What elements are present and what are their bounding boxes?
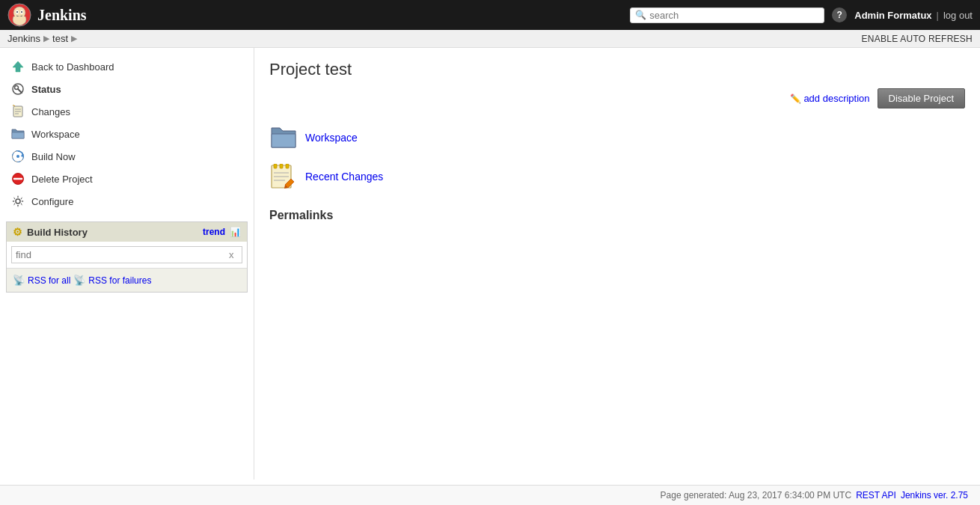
rss-all-link[interactable]: RSS for all bbox=[28, 275, 70, 286]
back-to-dashboard-icon bbox=[10, 59, 25, 74]
delete-project-icon bbox=[10, 171, 25, 186]
workspace-link-item: Workspace bbox=[269, 123, 965, 152]
logout-link[interactable]: log out bbox=[943, 10, 973, 21]
sidebar-item-back-to-dashboard[interactable]: Back to Dashboard bbox=[0, 55, 254, 78]
app-title: Jenkins bbox=[37, 7, 87, 24]
add-description-link[interactable]: ✏️ add description bbox=[790, 93, 869, 104]
breadcrumb-jenkins-link[interactable]: Jenkins bbox=[7, 33, 40, 44]
find-input[interactable] bbox=[11, 246, 242, 263]
recent-changes-link[interactable]: Recent Changes bbox=[305, 171, 383, 183]
logo-area: Jenkins bbox=[7, 3, 87, 27]
sidebar-item-back-label: Back to Dashboard bbox=[31, 61, 114, 73]
rss-links: 📡 RSS for all 📡 RSS for failures bbox=[7, 269, 247, 292]
auto-refresh-link[interactable]: ENABLE AUTO REFRESH bbox=[862, 34, 973, 44]
separator: | bbox=[937, 10, 939, 21]
status-icon bbox=[10, 82, 25, 97]
find-clear-button[interactable]: x bbox=[229, 249, 234, 260]
svg-point-17 bbox=[16, 155, 19, 158]
sidebar-item-build-now-label: Build Now bbox=[31, 151, 76, 162]
build-history-section: ⚙ Build History trend 📊 x 📡 RSS for all … bbox=[6, 221, 248, 293]
sidebar-item-configure-label: Configure bbox=[31, 196, 73, 207]
project-links: Workspace bbox=[269, 123, 965, 191]
svg-rect-14 bbox=[12, 132, 24, 138]
sidebar-item-delete-project[interactable]: Delete Project bbox=[0, 168, 254, 190]
svg-point-21 bbox=[16, 199, 20, 203]
content-area: Project test ✏️ add description Disable … bbox=[254, 48, 980, 480]
svg-point-4 bbox=[16, 11, 18, 13]
help-icon[interactable]: ? bbox=[832, 7, 847, 22]
svg-line-9 bbox=[18, 89, 22, 93]
actions-row: ✏️ add description Disable Project bbox=[269, 88, 965, 108]
sidebar-item-workspace[interactable]: Workspace bbox=[0, 123, 254, 145]
rss-failures-link[interactable]: RSS for failures bbox=[88, 275, 151, 286]
svg-rect-22 bbox=[272, 134, 295, 147]
search-input[interactable] bbox=[649, 10, 819, 21]
build-now-icon bbox=[10, 149, 25, 164]
build-history-label: Build History bbox=[27, 227, 88, 238]
sidebar-item-delete-label: Delete Project bbox=[31, 174, 93, 185]
sidebar-item-status-label: Status bbox=[31, 84, 61, 95]
page-generated-text: Page generated: Aug 23, 2017 6:34:00 PM … bbox=[661, 490, 852, 501]
sidebar-item-changes[interactable]: Changes bbox=[0, 100, 254, 123]
changes-icon bbox=[10, 104, 25, 119]
header: Jenkins 🔍 ? Admin Formatux | log out bbox=[0, 0, 980, 30]
jenkins-logo bbox=[7, 3, 31, 27]
footer: Page generated: Aug 23, 2017 6:34:00 PM … bbox=[0, 485, 980, 505]
page-title: Project test bbox=[269, 60, 965, 79]
disable-project-button[interactable]: Disable Project bbox=[878, 88, 965, 108]
breadcrumb-sep-1: ▶ bbox=[43, 34, 49, 43]
configure-icon bbox=[10, 194, 25, 209]
main-layout: Back to Dashboard Status bbox=[0, 48, 980, 480]
sidebar-item-configure[interactable]: Configure bbox=[0, 190, 254, 212]
edit-icon: ✏️ bbox=[790, 94, 801, 104]
rss-failures-icon: 📡 bbox=[73, 275, 85, 286]
workspace-link[interactable]: Workspace bbox=[305, 132, 358, 144]
rest-api-link[interactable]: REST API bbox=[856, 490, 896, 501]
search-container: 🔍 bbox=[630, 7, 824, 23]
trend-bar-icon: 📊 bbox=[230, 227, 241, 237]
username-label: Admin Formatux bbox=[854, 10, 931, 21]
sidebar-item-build-now[interactable]: Build Now bbox=[0, 145, 254, 168]
trend-link[interactable]: trend bbox=[203, 227, 225, 237]
add-description-label: add description bbox=[803, 93, 869, 104]
svg-point-5 bbox=[21, 11, 22, 13]
search-icon: 🔍 bbox=[635, 10, 646, 20]
find-input-container: x bbox=[7, 242, 247, 269]
sidebar-item-status[interactable]: Status bbox=[0, 78, 254, 100]
sidebar-item-workspace-label: Workspace bbox=[31, 129, 80, 140]
build-history-header: ⚙ Build History trend 📊 bbox=[7, 222, 247, 242]
workspace-folder-icon bbox=[10, 126, 25, 141]
rss-all-icon: 📡 bbox=[13, 275, 25, 286]
sidebar-item-changes-label: Changes bbox=[31, 106, 70, 117]
svg-marker-6 bbox=[13, 61, 23, 72]
recent-changes-icon bbox=[269, 162, 298, 191]
workspace-folder-link-icon bbox=[269, 123, 298, 152]
breadcrumb: Jenkins ▶ test ▶ ENABLE AUTO REFRESH bbox=[0, 30, 980, 48]
permalinks-section: Permalinks bbox=[269, 209, 965, 222]
jenkins-version-link[interactable]: Jenkins ver. 2.75 bbox=[901, 490, 968, 501]
header-right: 🔍 ? Admin Formatux | log out bbox=[630, 7, 973, 23]
svg-rect-25 bbox=[280, 164, 283, 168]
svg-rect-24 bbox=[274, 164, 277, 168]
breadcrumb-test-link[interactable]: test bbox=[52, 33, 68, 44]
sidebar: Back to Dashboard Status bbox=[0, 48, 254, 480]
recent-changes-link-item: Recent Changes bbox=[269, 162, 965, 191]
build-history-gear-icon: ⚙ bbox=[13, 226, 22, 238]
user-area: Admin Formatux | log out bbox=[854, 10, 973, 21]
svg-rect-26 bbox=[286, 164, 289, 168]
breadcrumb-sep-2: ▶ bbox=[71, 34, 77, 43]
permalinks-title: Permalinks bbox=[269, 209, 965, 222]
